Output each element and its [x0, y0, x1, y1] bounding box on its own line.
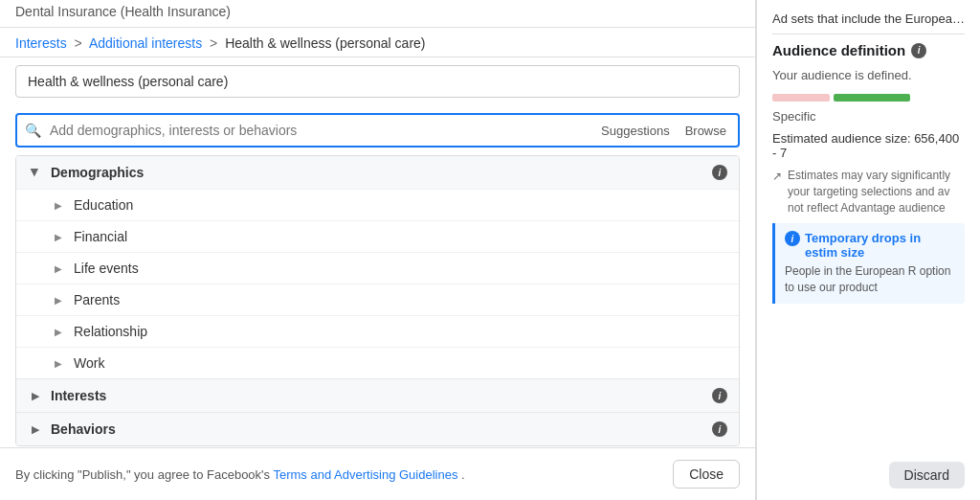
ad-sets-title: Ad sets that include the European Re: [772, 11, 965, 34]
estimates-icon: ↗: [772, 169, 782, 216]
temp-info-icon: i: [785, 231, 800, 246]
sub-item-relationship[interactable]: ▶ Relationship: [16, 315, 739, 347]
footer-period: .: [461, 467, 465, 482]
footer-text: By clicking "Publish," you agree to Face…: [15, 467, 465, 482]
section-behaviors-partial[interactable]: ▶ Behaviors i: [16, 413, 739, 445]
audience-bar-green: [834, 94, 910, 102]
close-button[interactable]: Close: [673, 460, 740, 489]
chevron-life-events-icon: ▶: [51, 261, 66, 276]
left-panel: Dental Insurance (Health Insurance) Inte…: [0, 0, 756, 500]
breadcrumb-interests[interactable]: Interests: [15, 35, 67, 51]
temp-drops-title: i Temporary drops in estim size: [785, 231, 955, 260]
info-behaviors-icon[interactable]: i: [712, 421, 727, 437]
chevron-behaviors-icon: ▶: [28, 421, 43, 437]
chevron-parents-icon: ▶: [51, 292, 66, 307]
estimated-size: Estimated audience size: 656,400 - 7: [772, 131, 965, 160]
info-demographics-icon[interactable]: i: [712, 165, 727, 180]
estimates-note: ↗ Estimates may vary significantly your …: [772, 168, 965, 216]
search-actions: Suggestions Browse: [597, 122, 730, 140]
audience-info-icon[interactable]: i: [911, 43, 926, 58]
sub-item-financial[interactable]: ▶ Financial: [16, 220, 739, 252]
chevron-interests-icon: ▶: [28, 388, 43, 403]
breadcrumb-additional-interests[interactable]: Additional interests: [89, 35, 202, 51]
selected-tag: Health & wellness (personal care): [15, 65, 740, 98]
section-label-behaviors: Behaviors: [51, 421, 712, 437]
search-container: 🔍 Suggestions Browse: [15, 113, 740, 148]
audience-defined-text: Your audience is defined.: [772, 68, 965, 82]
sub-label-education: Education: [74, 197, 133, 213]
chevron-relationship-icon: ▶: [51, 324, 66, 339]
section-label-interests: Interests: [51, 388, 712, 403]
audience-bars: [772, 94, 965, 102]
sub-label-parents: Parents: [74, 292, 120, 307]
clipped-text: Dental Insurance (Health Insurance): [15, 4, 231, 19]
right-panel: Ad sets that include the European Re Aud…: [756, 0, 980, 500]
audience-def-title: Audience definition i: [772, 42, 965, 58]
search-icon: 🔍: [25, 123, 41, 138]
temp-drops-body: People in the European R option to use o…: [785, 263, 955, 296]
section-header-demographics[interactable]: ▶ Demographics i: [16, 156, 739, 189]
specific-label: Specific: [772, 109, 965, 124]
footer-bar: By clicking "Publish," you agree to Face…: [0, 447, 755, 500]
sub-item-education[interactable]: ▶ Education: [16, 189, 739, 220]
sub-label-life-events: Life events: [74, 261, 139, 276]
info-interests-icon[interactable]: i: [712, 388, 727, 403]
breadcrumb-sep-2: >: [210, 35, 217, 51]
audience-bar-pink: [772, 94, 830, 102]
discard-button[interactable]: Discard: [889, 462, 965, 489]
breadcrumb-current: Health & wellness (personal care): [225, 35, 425, 51]
sub-item-work[interactable]: ▶ Work: [16, 347, 739, 378]
chevron-financial-icon: ▶: [51, 229, 66, 244]
chevron-work-icon: ▶: [51, 355, 66, 371]
chevron-demographics-icon: ▶: [28, 165, 43, 180]
terms-link[interactable]: Terms and Advertising Guidelines: [273, 467, 457, 482]
audience-def-label: Audience definition: [772, 42, 905, 58]
section-demographics: ▶ Demographics i ▶ Education ▶ Financial…: [16, 156, 739, 379]
footer-text-prefix: By clicking "Publish," you agree to Face…: [15, 467, 270, 482]
section-label-demographics: Demographics: [51, 165, 712, 180]
sub-label-work: Work: [74, 355, 104, 371]
sub-item-parents[interactable]: ▶ Parents: [16, 284, 739, 315]
clipped-top-item: Dental Insurance (Health Insurance): [0, 0, 755, 28]
sub-item-life-events[interactable]: ▶ Life events: [16, 252, 739, 284]
breadcrumb: Interests > Additional interests > Healt…: [0, 28, 755, 57]
estimates-note-text: Estimates may vary significantly your ta…: [788, 168, 965, 216]
section-interests: ▶ Interests i: [16, 379, 739, 413]
sub-label-relationship: Relationship: [74, 324, 147, 339]
dropdown-list: ▶ Demographics i ▶ Education ▶ Financial…: [15, 155, 740, 446]
chevron-education-icon: ▶: [51, 197, 66, 213]
section-header-interests[interactable]: ▶ Interests i: [16, 379, 739, 412]
sub-label-financial: Financial: [74, 229, 127, 244]
breadcrumb-sep-1: >: [75, 35, 82, 51]
temporary-drops-box: i Temporary drops in estim size People i…: [772, 223, 965, 304]
suggestions-button[interactable]: Suggestions: [597, 122, 674, 140]
temp-drops-label: Temporary drops in estim size: [805, 231, 955, 260]
browse-button[interactable]: Browse: [681, 122, 730, 140]
